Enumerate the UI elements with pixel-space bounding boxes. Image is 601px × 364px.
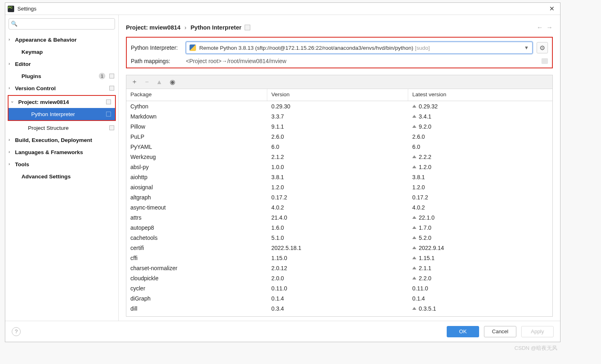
- nav-tools[interactable]: ›Tools: [5, 158, 118, 170]
- nav-vcs[interactable]: ›Version Control: [5, 82, 118, 94]
- pkg-latest: 4.0.2: [408, 204, 552, 211]
- plugins-badge: 1: [99, 73, 105, 79]
- nav-arrows: ← →: [537, 24, 553, 31]
- nav-project-structure[interactable]: Project Structure: [5, 122, 118, 134]
- upgrade-icon: [412, 115, 416, 118]
- upgrade-icon: [412, 155, 416, 158]
- pkg-version: 0.11.0: [267, 285, 408, 292]
- interpreter-row: Python Interpreter: Remote Python 3.8.13…: [131, 42, 548, 54]
- pkg-version: 5.1.0: [267, 235, 408, 241]
- scope-icon: [109, 125, 114, 130]
- pkg-latest: 1.15.1: [408, 255, 552, 261]
- interpreter-select[interactable]: Remote Python 3.8.13 (sftp://root@172.1.…: [186, 42, 533, 54]
- package-row[interactable]: certifi2022.5.18.12022.9.14: [126, 243, 552, 253]
- package-row[interactable]: charset-normalizer2.0.122.1.1: [126, 263, 552, 273]
- nav-advanced[interactable]: Advanced Settings: [5, 170, 118, 182]
- path-mappings-row: Path mappings: <Project root>→/root/mvie…: [131, 58, 548, 64]
- pkg-name: cloudpickle: [126, 275, 267, 281]
- nav-keymap[interactable]: Keymap: [5, 46, 118, 58]
- pkg-latest: 9.2.0: [408, 123, 552, 130]
- footer: ? OK Cancel Apply: [5, 321, 560, 342]
- package-row[interactable]: Cython0.29.300.29.32: [126, 101, 552, 111]
- package-row[interactable]: cycler0.11.00.11.0: [126, 283, 552, 293]
- nav-build[interactable]: ›Build, Execution, Deployment: [5, 134, 118, 146]
- pkg-version: 1.0.0: [267, 164, 408, 170]
- remove-package-button[interactable]: −: [145, 78, 149, 86]
- nav-label: Editor: [15, 61, 31, 67]
- close-icon[interactable]: ✕: [546, 3, 558, 14]
- nav-project[interactable]: ›Project: mview0814: [9, 96, 115, 108]
- pkg-latest: 2022.9.14: [408, 245, 552, 251]
- settings-tree: ›Appearance & Behavior Keymap ›Editor Pl…: [5, 34, 118, 317]
- pkg-name: absl-py: [126, 164, 267, 170]
- interpreter-label: Python Interpreter:: [131, 44, 182, 51]
- scope-icon: [106, 112, 111, 116]
- apply-button[interactable]: Apply: [521, 326, 554, 337]
- search-icon: 🔍: [11, 21, 17, 27]
- nav-appearance[interactable]: ›Appearance & Behavior: [5, 34, 118, 46]
- pkg-name: Pillow: [126, 123, 267, 130]
- pkg-name: PuLP: [126, 133, 267, 140]
- pkg-latest: 3.4.1: [408, 113, 552, 120]
- pkg-name: charset-normalizer: [126, 265, 267, 271]
- interpreter-settings-button[interactable]: ⚙: [537, 42, 548, 53]
- add-package-button[interactable]: ＋: [131, 78, 138, 86]
- pkg-latest: 2.1.1: [408, 265, 552, 271]
- cancel-button[interactable]: Cancel: [484, 326, 516, 337]
- pkg-version: 0.29.30: [267, 103, 408, 110]
- package-row[interactable]: cachetools5.1.05.2.0: [126, 233, 552, 243]
- package-row[interactable]: diGraph0.1.40.1.4: [126, 293, 552, 303]
- pkg-version: 3.3.7: [267, 113, 408, 120]
- pkg-name: altgraph: [126, 194, 267, 201]
- pkg-latest: 1.2.0: [408, 184, 552, 190]
- package-row[interactable]: PyYAML6.06.0: [126, 142, 552, 152]
- package-row[interactable]: PuLP2.6.02.6.0: [126, 131, 552, 142]
- package-row[interactable]: aiosignal1.2.01.2.0: [126, 182, 552, 192]
- folder-icon[interactable]: [541, 58, 548, 64]
- package-row[interactable]: Markdown3.3.73.4.1: [126, 111, 552, 121]
- pkg-latest: 0.29.32: [408, 103, 552, 110]
- package-row[interactable]: async-timeout4.0.24.0.2: [126, 202, 552, 212]
- pkg-version: 0.1.4: [267, 295, 408, 302]
- package-row[interactable]: cloudpickle2.0.02.2.0: [126, 273, 552, 283]
- package-row[interactable]: dill0.3.40.3.5.1: [126, 303, 552, 313]
- pkg-version: 1.6.0: [267, 224, 408, 231]
- package-row[interactable]: absl-py1.0.01.2.0: [126, 162, 552, 172]
- package-row[interactable]: altgraph0.17.20.17.2: [126, 192, 552, 202]
- header-package[interactable]: Package: [126, 89, 267, 101]
- packages-header: Package Version Latest version: [126, 89, 552, 101]
- search-input[interactable]: [9, 18, 115, 30]
- pkg-name: dill: [126, 305, 267, 312]
- path-mappings-value: <Project root>→/root/mview0814/mview: [186, 58, 548, 64]
- packages-body[interactable]: Cython0.29.300.29.32Markdown3.3.73.4.1Pi…: [126, 101, 552, 316]
- pkg-version: 2.0.12: [267, 265, 408, 271]
- nav-editor[interactable]: ›Editor: [5, 58, 118, 70]
- ok-button[interactable]: OK: [447, 326, 479, 337]
- breadcrumb: Project: mview0814 › Python Interpreter …: [126, 21, 553, 34]
- help-button[interactable]: ?: [12, 327, 21, 336]
- package-row[interactable]: attrs21.4.022.1.0: [126, 212, 552, 222]
- upgrade-package-button[interactable]: ▲: [156, 78, 162, 86]
- header-version[interactable]: Version: [267, 89, 408, 101]
- pkg-name: diGraph: [126, 295, 267, 302]
- pkg-version: 1.15.0: [267, 255, 408, 261]
- nav-back-icon[interactable]: ←: [537, 24, 543, 31]
- pkg-latest: 0.3.5.1: [408, 305, 552, 312]
- package-row[interactable]: Pillow9.1.19.2.0: [126, 121, 552, 131]
- header-latest[interactable]: Latest version: [408, 89, 552, 101]
- nav-python-interpreter[interactable]: Python Interpreter: [9, 108, 115, 120]
- interpreter-highlight-box: Python Interpreter: Remote Python 3.8.13…: [126, 37, 553, 68]
- package-row[interactable]: Werkzeug2.1.22.2.2: [126, 152, 552, 162]
- package-row[interactable]: cffi1.15.01.15.1: [126, 253, 552, 263]
- package-row[interactable]: autopep81.6.01.7.0: [126, 222, 552, 233]
- scope-icon: [106, 99, 111, 104]
- scope-icon: [109, 74, 114, 78]
- show-early-releases-button[interactable]: ◉: [170, 78, 175, 86]
- nav-label: Python Interpreter: [31, 111, 75, 117]
- package-row[interactable]: aiohttp3.8.13.8.1: [126, 172, 552, 182]
- nav-forward-icon[interactable]: →: [546, 24, 553, 31]
- nav-plugins[interactable]: Plugins1: [5, 70, 118, 82]
- nav-lang[interactable]: ›Languages & Frameworks: [5, 146, 118, 158]
- pkg-name: aiohttp: [126, 174, 267, 180]
- pkg-version: 2.0.0: [267, 275, 408, 281]
